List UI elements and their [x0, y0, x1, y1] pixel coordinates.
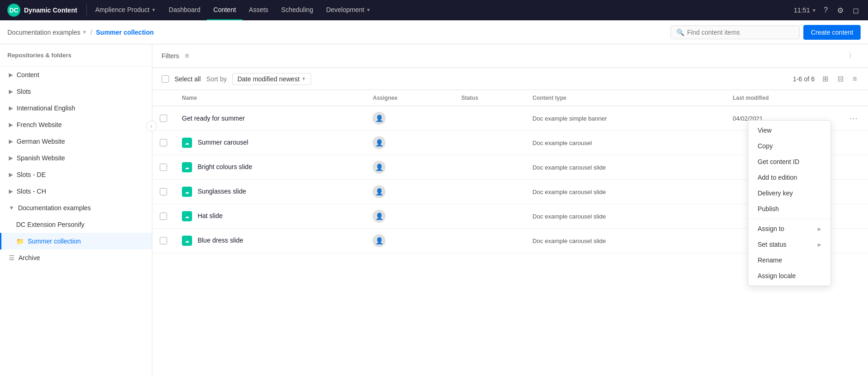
main-layout: Repositories & folders ▶ Content ▶ Slots… — [0, 44, 868, 377]
context-menu-label-rename: Rename — [758, 256, 782, 264]
sidebar-item-documentation-examples[interactable]: ▼ Documentation examples — [0, 200, 152, 216]
context-menu-item-assign-locale[interactable]: Assign locale — [748, 268, 831, 284]
assignee-avatar: 👤 — [373, 185, 386, 198]
amplience-product-caret: ▼ — [151, 7, 156, 12]
context-menu-item-add-to-edition[interactable]: Add to edition — [748, 170, 831, 185]
assignee-avatar: 👤 — [373, 210, 386, 223]
select-all-checkbox[interactable] — [162, 75, 169, 83]
context-menu-item-get-content-id[interactable]: Get content ID — [748, 154, 831, 170]
sidebar-item-archive[interactable]: ☰ Archive — [0, 249, 152, 266]
context-menu-label-assign-to: Assign to — [758, 225, 784, 232]
nav-item-amplience-product[interactable]: Amplience Product ▼ — [89, 0, 162, 20]
sidebar-item-slots[interactable]: ▶ Slots — [0, 83, 152, 100]
search-icon: 🔍 — [676, 29, 684, 36]
sidebar-item-french-website[interactable]: ▶ French Website — [0, 116, 152, 133]
context-menu-item-publish[interactable]: Publish — [748, 201, 831, 217]
context-menu-item-view[interactable]: View — [748, 122, 831, 138]
select-all-button[interactable]: Select all — [175, 75, 201, 83]
row-checkbox-5[interactable] — [160, 237, 167, 244]
row-checkbox-4[interactable] — [160, 213, 167, 220]
row-content-type: Doc example carousel slide — [525, 155, 725, 180]
context-menu-item-assign-to[interactable]: Assign to▶ — [748, 221, 831, 237]
sidebar-content-caret: ▶ — [9, 72, 13, 78]
row-status — [454, 155, 525, 180]
nav-item-dashboard[interactable]: Dashboard — [163, 0, 207, 20]
sidebar-international-label: International English — [17, 104, 75, 112]
sidebar-french-label: French Website — [17, 121, 62, 128]
submenu-arrow-icon: ▶ — [818, 226, 821, 231]
col-name: Name — [175, 90, 365, 106]
nav-divider — [86, 4, 87, 17]
sidebar-item-slots-de[interactable]: ▶ Slots - DE — [0, 166, 152, 183]
sidebar-item-dc-extension-personify[interactable]: DC Extension Personify — [0, 216, 152, 233]
row-content-type: Doc example carousel slide — [525, 180, 725, 204]
assignee-avatar: 👤 — [373, 112, 386, 125]
content-type-icon: ☁ — [182, 162, 192, 172]
row-name: Hat slide — [198, 212, 223, 219]
sidebar: Repositories & folders ▶ Content ▶ Slots… — [0, 44, 152, 377]
context-menu-item-rename[interactable]: Rename — [748, 252, 831, 268]
submenu-arrow-icon: ▶ — [818, 242, 821, 247]
nav-item-content[interactable]: Content — [207, 0, 242, 20]
sidebar-item-summer-collection[interactable]: 📁 Summer collection — [0, 233, 152, 249]
context-menu: ViewCopyGet content IDAdd to editionDeli… — [748, 120, 831, 286]
context-menu-item-set-status[interactable]: Set status▶ — [748, 237, 831, 252]
breadcrumb-parent-caret: ▼ — [82, 30, 87, 35]
breadcrumb-parent[interactable]: Documentation examples ▼ — [7, 29, 87, 36]
row-name: Bright colours slide — [198, 163, 252, 170]
content-type-icon: ☁ — [182, 187, 192, 197]
row-checkbox-3[interactable] — [160, 188, 167, 195]
app-title: Dynamic Content — [24, 6, 77, 14]
help-button[interactable]: ? — [822, 4, 830, 16]
count-label: 1-6 of 6 — [793, 75, 814, 83]
sidebar-item-german-website[interactable]: ▶ German Website — [0, 133, 152, 150]
row-checkbox-0[interactable] — [160, 115, 167, 122]
search-input[interactable] — [687, 29, 794, 36]
profile-button[interactable]: ◻ — [851, 4, 861, 17]
sort-label: Sort by — [206, 75, 227, 83]
sidebar-spanish-caret: ▶ — [9, 155, 13, 161]
create-content-button[interactable]: Create content — [803, 25, 861, 40]
sidebar-international-caret: ▶ — [9, 105, 13, 111]
sidebar-archive-icon: ☰ — [9, 254, 15, 261]
columns-view-button[interactable]: ⊞ — [820, 73, 830, 85]
app-logo[interactable]: DC Dynamic Content — [7, 4, 83, 17]
sidebar-slots-label: Slots — [17, 88, 31, 95]
assignee-avatar: 👤 — [373, 161, 386, 174]
sort-select[interactable]: Date modified newest ▼ — [232, 73, 311, 85]
row-content-type: Doc example carousel slide — [525, 229, 725, 253]
breadcrumb-bar: Documentation examples ▼ / Summer collec… — [0, 20, 868, 44]
context-menu-divider — [748, 219, 831, 219]
nav-item-assets[interactable]: Assets — [242, 0, 275, 20]
grid-view-button[interactable]: ⊟ — [836, 73, 845, 85]
sidebar-item-spanish-website[interactable]: ▶ Spanish Website — [0, 150, 152, 166]
top-navigation: DC Dynamic Content Amplience Product ▼ D… — [0, 0, 868, 20]
filters-icon[interactable]: ≡ — [185, 52, 189, 60]
nav-item-scheduling[interactable]: Scheduling — [275, 0, 319, 20]
row-more-button[interactable]: ··· — [847, 113, 861, 124]
sidebar-item-content[interactable]: ▶ Content — [0, 67, 152, 83]
col-checkbox — [152, 90, 175, 106]
filters-collapse-button[interactable]: 〉 — [845, 50, 859, 62]
sidebar-item-international-english[interactable]: ▶ International English — [0, 100, 152, 116]
assignee-avatar: 👤 — [373, 234, 386, 247]
row-checkbox-1[interactable] — [160, 139, 167, 146]
row-checkbox-2[interactable] — [160, 164, 167, 171]
logo-icon: DC — [7, 4, 20, 17]
settings-button[interactable]: ⚙ — [835, 4, 845, 17]
row-status — [454, 106, 525, 131]
row-name: Summer carousel — [198, 139, 248, 146]
list-view-button[interactable]: ≡ — [851, 73, 859, 85]
time-caret-icon: ▼ — [812, 8, 816, 13]
sidebar-item-slots-ch[interactable]: ▶ Slots - CH — [0, 183, 152, 200]
sidebar-french-caret: ▶ — [9, 122, 13, 128]
context-menu-item-delivery-key[interactable]: Delivery key — [748, 185, 831, 201]
collapse-sidebar-button[interactable]: ‹ — [146, 121, 157, 132]
sidebar-docs-label: Documentation examples — [18, 204, 91, 212]
nav-item-development[interactable]: Development ▼ — [319, 0, 377, 20]
row-name: Blue dress slide — [198, 237, 243, 244]
search-box: 🔍 — [670, 25, 800, 39]
row-status — [454, 229, 525, 253]
sidebar-german-label: German Website — [17, 138, 65, 145]
context-menu-item-copy[interactable]: Copy — [748, 138, 831, 154]
